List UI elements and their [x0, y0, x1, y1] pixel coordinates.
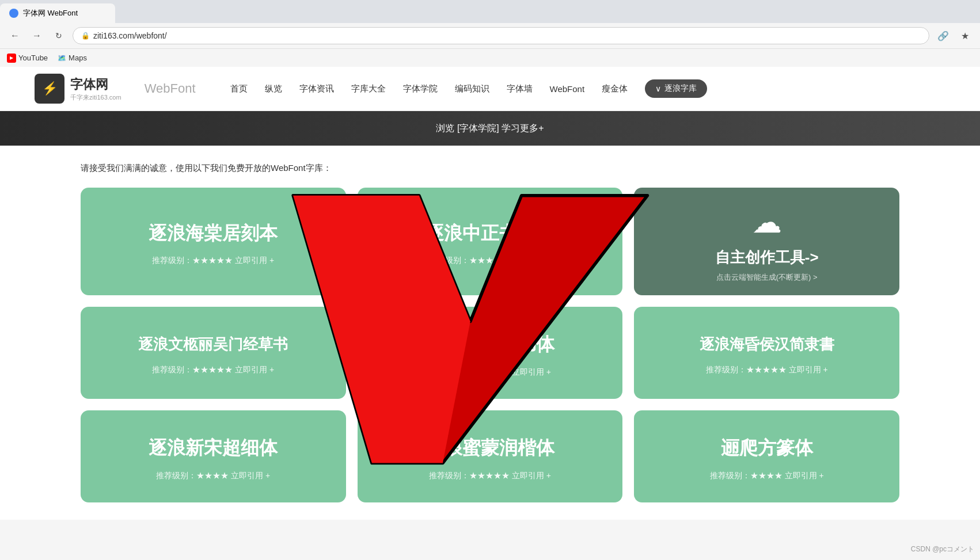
font-meta-4: 推荐级别：★★★★★ 立即引用 + — [429, 367, 551, 378]
logo-text-sub: 千字来ziti163.com — [70, 93, 121, 102]
address-bar[interactable]: 🔒 ziti163.com/webfont/ — [73, 27, 929, 44]
tab-bar: 字体网 WebFont — [0, 0, 980, 23]
font-card-tool[interactable]: ☁ 自主创作工具-> 点击云端智能生成(不断更新) > — [634, 188, 899, 295]
font-name-4: 逐浪唐寅行书体 — [426, 333, 554, 357]
nav-academy[interactable]: 字体学院 — [403, 83, 438, 94]
nav-shujin[interactable]: 瘦金体 — [602, 83, 628, 94]
banner-text: 浏览 [字体学院] 学习更多+ — [436, 123, 544, 135]
reload-button[interactable]: ↻ — [51, 28, 67, 44]
font-meta-5: 推荐级别：★★★★★ 立即引用 + — [706, 365, 828, 375]
font-meta-6: 推荐级别：★★★★ 立即引用 + — [156, 471, 270, 481]
logo-text-cn: 字体网 — [70, 76, 121, 93]
maps-icon: 🗺️ — [57, 54, 66, 63]
lock-icon: 🔒 — [81, 32, 90, 40]
font-name-3: 逐浪文柩丽吴门经草书 — [138, 335, 288, 355]
webfont-label: WebFont — [145, 81, 196, 96]
font-card-7[interactable]: 逐浪蜜蒙润楷体 推荐级别：★★★★★ 立即引用 + — [358, 410, 623, 502]
nav-special-button[interactable]: ∨ 逐浪字库 — [645, 79, 707, 98]
font-card-0[interactable]: 逐浪海棠居刻本 推荐级别：★★★★★ 立即引用 + — [81, 188, 346, 295]
font-card-8[interactable]: 逦爬方篆体 推荐级别：★★★★ 立即引用 + — [634, 410, 899, 502]
bookmark-maps-label: Maps — [69, 54, 87, 62]
font-name-7: 逐浪蜜蒙润楷体 — [426, 436, 554, 460]
font-name-8: 逦爬方篆体 — [721, 436, 813, 460]
site-logo[interactable]: ⚡ 字体网 千字来ziti163.com — [35, 74, 121, 104]
logo-icon: ⚡ — [35, 74, 64, 104]
font-name-0: 逐浪海棠居刻本 — [149, 222, 278, 246]
nav-special-label: 逐浪字库 — [664, 83, 697, 94]
browser-chrome: 字体网 WebFont ← → ↻ 🔒 ziti163.com/webfont/… — [0, 0, 980, 67]
youtube-icon — [7, 54, 16, 63]
forward-button[interactable]: → — [29, 28, 45, 44]
share-button[interactable]: 🔗 — [935, 28, 951, 44]
nav-home[interactable]: 首页 — [230, 83, 248, 94]
nav-special-icon: ∨ — [655, 84, 661, 93]
font-name-5: 逐浪海昏侯汉简隶書 — [700, 335, 834, 355]
font-card-1[interactable]: 逐浪中正书法字 推荐级别：★★★★★ 立即引用 + — [358, 188, 623, 295]
font-meta-0: 推荐级别：★★★★★ 立即引用 + — [152, 256, 274, 266]
intro-text: 请接受我们满满的诚意，使用以下我们免费开放的WebFont字库： — [81, 163, 899, 174]
address-bar-row: ← → ↻ 🔒 ziti163.com/webfont/ 🔗 ★ — [0, 23, 980, 48]
bookmark-button[interactable]: ★ — [957, 28, 973, 44]
logo-text-group: 字体网 千字来ziti163.com — [70, 76, 121, 102]
site-header: ⚡ 字体网 千字来ziti163.com WebFont 首页 纵览 字体资讯 … — [0, 67, 980, 111]
cloud-icon: ☁ — [752, 205, 782, 239]
watermark: CSDN @pcコメント — [911, 544, 974, 554]
font-meta-1: 推荐级别：★★★★★ 立即引用 + — [429, 256, 551, 266]
font-card-4[interactable]: 逐浪唐寅行书体 推荐级别：★★★★★ 立即引用 + — [358, 307, 623, 399]
nav-news[interactable]: 字体资讯 — [299, 83, 334, 94]
font-card-6[interactable]: 逐浪新宋超细体 推荐级别：★★★★ 立即引用 + — [81, 410, 346, 502]
font-name-1: 逐浪中正书法字 — [426, 222, 554, 246]
site-nav: 首页 纵览 字体资讯 字库大全 字体学院 编码知识 字体墙 WebFont 瘦金… — [230, 79, 946, 98]
tool-title: 自主创作工具-> — [715, 247, 819, 268]
url-text: ziti163.com/webfont/ — [93, 31, 167, 40]
bookmark-youtube[interactable]: YouTube — [7, 54, 48, 63]
nav-browse[interactable]: 纵览 — [265, 83, 282, 94]
bookmark-youtube-label: YouTube — [18, 54, 48, 62]
font-meta-7: 推荐级别：★★★★★ 立即引用 + — [429, 471, 551, 481]
nav-encoding[interactable]: 编码知识 — [455, 83, 489, 94]
active-tab[interactable]: 字体网 WebFont — [0, 3, 115, 23]
font-card-3[interactable]: 逐浪文柩丽吴门经草书 推荐级别：★★★★★ 立即引用 + — [81, 307, 346, 399]
nav-library[interactable]: 字库大全 — [351, 83, 386, 94]
page-content: ⚡ 字体网 千字来ziti163.com WebFont 首页 纵览 字体资讯 … — [0, 67, 980, 520]
font-grid: 逐浪海棠居刻本 推荐级别：★★★★★ 立即引用 + 逐浪中正书法字 推荐级别：★… — [81, 188, 899, 502]
logo-icon-symbol: ⚡ — [42, 81, 58, 96]
bookmark-bar: YouTube 🗺️ Maps — [0, 48, 980, 67]
bookmark-maps[interactable]: 🗺️ Maps — [57, 54, 87, 63]
font-meta-8: 推荐级别：★★★★ 立即引用 + — [710, 471, 824, 481]
font-card-5[interactable]: 逐浪海昏侯汉简隶書 推荐级别：★★★★★ 立即引用 + — [634, 307, 899, 399]
tab-favicon — [9, 9, 18, 18]
back-button[interactable]: ← — [7, 28, 23, 44]
tool-sub: 点击云端智能生成(不断更新) > — [716, 272, 818, 283]
font-grid-container: 逐浪海棠居刻本 推荐级别：★★★★★ 立即引用 + 逐浪中正书法字 推荐级别：★… — [81, 188, 899, 502]
nav-wall[interactable]: 字体墙 — [507, 83, 533, 94]
font-meta-3: 推荐级别：★★★★★ 立即引用 + — [152, 365, 274, 375]
tab-title: 字体网 WebFont — [23, 8, 78, 18]
main-content: 请接受我们满满的诚意，使用以下我们免费开放的WebFont字库： 逐浪海棠居刻本… — [0, 146, 980, 520]
banner[interactable]: 浏览 [字体学院] 学习更多+ — [0, 111, 980, 146]
font-name-6: 逐浪新宋超细体 — [149, 436, 278, 460]
nav-webfont[interactable]: WebFont — [550, 84, 585, 94]
